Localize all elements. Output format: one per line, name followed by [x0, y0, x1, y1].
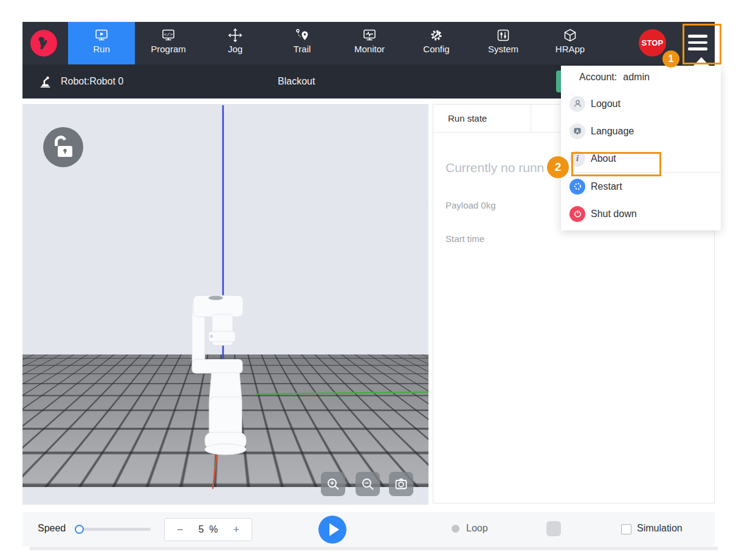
- speed-decrease-button[interactable]: −: [177, 524, 184, 536]
- start-time-label: Start time: [445, 233, 484, 244]
- run-icon: [94, 27, 109, 43]
- bottom-edge-strip: [30, 547, 718, 550]
- speed-value: 5%: [198, 524, 218, 535]
- camera-icon: [394, 477, 408, 491]
- annotation-box-step2: [571, 152, 661, 176]
- emergency-stop-button[interactable]: STOP: [639, 29, 666, 57]
- loop-label: Loop: [466, 523, 488, 534]
- menu-item-restart[interactable]: Restart: [561, 173, 721, 200]
- tab-run[interactable]: Run: [68, 22, 135, 64]
- payload-value: Payload 0kg: [445, 200, 496, 210]
- account-label: Account:: [579, 72, 617, 82]
- tab-monitor[interactable]: Monitor: [336, 22, 403, 64]
- zoom-out-button[interactable]: [356, 472, 380, 496]
- logout-icon: [569, 96, 585, 112]
- tab-program[interactable]: </> Program: [135, 22, 202, 64]
- robot-logo-icon: [35, 35, 52, 52]
- menu-item-shutdown[interactable]: Shut down: [561, 200, 721, 227]
- menu-item-language[interactable]: A Language: [561, 117, 721, 145]
- simulation-checkbox[interactable]: [621, 524, 631, 534]
- no-task-message: Currently no runn: [445, 161, 544, 175]
- simulation-label: Simulation: [637, 523, 683, 534]
- tab-run-label: Run: [68, 44, 135, 54]
- program-icon: </>: [160, 27, 176, 43]
- system-icon: [495, 27, 511, 43]
- menu-item-shutdown-label: Shut down: [591, 209, 637, 220]
- tab-run-state[interactable]: Run state: [433, 105, 531, 132]
- zoom-out-icon: [360, 477, 375, 491]
- robot-arm-model: [187, 292, 247, 458]
- unlock-icon: [43, 127, 83, 167]
- speed-label: Speed: [38, 523, 66, 534]
- tab-system-label: System: [470, 44, 537, 54]
- tab-hrapp-label: HRApp: [537, 44, 604, 54]
- view-lock-button[interactable]: [43, 127, 83, 167]
- blackout-status-text: Blackout: [278, 76, 315, 87]
- robot-3d-viewport[interactable]: [22, 104, 428, 505]
- svg-text:</>: </>: [164, 32, 173, 37]
- tab-trail[interactable]: Trail: [269, 22, 335, 64]
- tab-config[interactable]: Config: [403, 22, 470, 64]
- tab-hrapp[interactable]: HRApp: [537, 22, 604, 64]
- play-button[interactable]: [318, 516, 346, 544]
- language-icon: A: [569, 123, 585, 139]
- play-icon: [318, 516, 346, 544]
- speed-unit: %: [209, 524, 218, 534]
- speed-increase-button[interactable]: +: [233, 524, 239, 536]
- loop-radio[interactable]: [452, 525, 459, 533]
- zoom-in-icon: [326, 477, 340, 491]
- zoom-in-button[interactable]: [321, 472, 345, 496]
- speed-slider[interactable]: [75, 528, 151, 531]
- top-navbar: Run </> Program Jog: [22, 22, 715, 64]
- jog-icon: [227, 27, 243, 43]
- hrapp-icon: [562, 27, 578, 43]
- menu-item-restart-label: Restart: [591, 181, 622, 192]
- tab-config-label: Config: [403, 44, 470, 54]
- snapshot-button[interactable]: [389, 472, 413, 496]
- account-value: admin: [623, 72, 650, 82]
- robot-selector[interactable]: Robot:Robot 0: [38, 74, 123, 89]
- tab-program-label: Program: [135, 44, 202, 54]
- speed-stepper: − 5% +: [164, 518, 252, 541]
- tab-jog-label: Jog: [202, 44, 269, 54]
- app-window: Run </> Program Jog: [0, 0, 736, 560]
- monitor-icon: [362, 27, 377, 43]
- brand-logo: [30, 30, 57, 57]
- annotation-badge-step2: 2: [547, 156, 569, 178]
- trail-icon: [294, 27, 310, 43]
- speed-slider-handle[interactable]: [75, 525, 84, 534]
- svg-text:A: A: [576, 128, 579, 133]
- restart-icon: [569, 179, 585, 195]
- tab-trail-label: Trail: [269, 44, 335, 54]
- tab-jog[interactable]: Jog: [202, 22, 269, 64]
- robot-label: Robot:Robot 0: [61, 76, 123, 87]
- account-row: Account:admin: [561, 66, 721, 90]
- annotation-badge-step1: 1: [662, 50, 679, 67]
- tab-system[interactable]: System: [470, 22, 537, 64]
- shutdown-icon: [569, 206, 585, 222]
- disabled-toggle[interactable]: [546, 521, 561, 536]
- bottom-control-bar: Speed − 5% + Loop Simulation: [22, 512, 715, 546]
- account-dropdown-menu: Account:admin Logout A Language i A: [561, 66, 721, 230]
- config-icon: [428, 27, 444, 43]
- tab-monitor-label: Monitor: [336, 44, 403, 54]
- menu-item-logout[interactable]: Logout: [561, 90, 721, 117]
- annotation-box-step1: [683, 24, 721, 64]
- menu-item-logout-label: Logout: [591, 99, 621, 109]
- menu-item-language-label: Language: [591, 126, 634, 137]
- robot-arm-icon: [38, 74, 53, 89]
